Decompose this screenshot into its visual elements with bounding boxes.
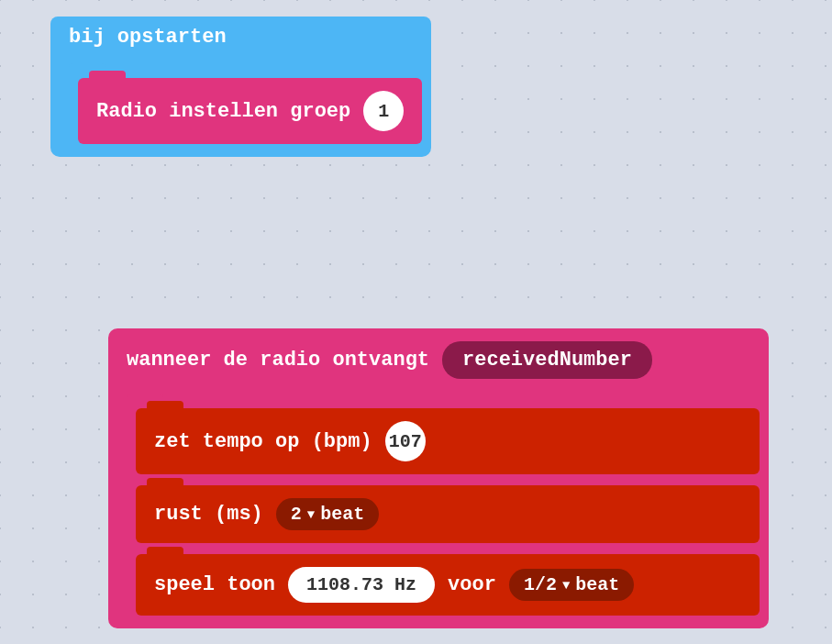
received-number-pill[interactable]: receivedNumber — [442, 341, 652, 379]
bij-opstarten-label: bij opstarten — [69, 26, 227, 49]
blue-wrapper: Radio instellen groep 1 — [50, 78, 431, 157]
speel-toon-label: speel toon — [154, 573, 275, 596]
block-rust[interactable]: rust (ms) 2 ▼ beat — [136, 485, 760, 543]
rust-dropdown-arrow[interactable]: ▼ — [307, 507, 315, 522]
group-wanneer: wanneer de radio ontvangt receivedNumber… — [108, 328, 769, 628]
radio-instellen-label: Radio instellen groep — [96, 100, 350, 123]
red-blocks-container: zet tempo op (bpm) 107 rust (ms) 2 ▼ bea… — [108, 408, 760, 616]
block-wanneer[interactable]: wanneer de radio ontvangt receivedNumber — [108, 328, 769, 408]
block-zet-tempo[interactable]: zet tempo op (bpm) 107 — [136, 408, 760, 474]
pink-wrapper: zet tempo op (bpm) 107 rust (ms) 2 ▼ bea… — [108, 408, 769, 628]
block-bij-opstarten[interactable]: bij opstarten — [50, 17, 431, 78]
speel-toon-beat-pill[interactable]: 1/2 ▼ beat — [509, 569, 634, 601]
block-radio-instellen[interactable]: Radio instellen groep 1 — [78, 78, 422, 144]
tempo-value[interactable]: 107 — [385, 421, 426, 461]
voor-label: voor — [448, 573, 496, 596]
rust-beat-pill[interactable]: 2 ▼ beat — [276, 498, 379, 530]
speel-toon-value[interactable]: 1108.73 Hz — [288, 567, 435, 603]
wanneer-label: wanneer de radio ontvangt — [127, 349, 429, 372]
fraction-value: 1/2 — [524, 574, 557, 595]
group-bij-opstarten: bij opstarten Radio instellen groep 1 — [50, 17, 431, 157]
radio-instellen-value[interactable]: 1 — [363, 91, 404, 131]
block-speel-toon[interactable]: speel toon 1108.73 Hz voor 1/2 ▼ beat — [136, 554, 760, 616]
speel-beat-label: beat — [575, 574, 619, 595]
received-number-label: receivedNumber — [462, 349, 632, 372]
zet-tempo-label: zet tempo op (bpm) — [154, 430, 372, 453]
rust-label: rust (ms) — [154, 503, 263, 526]
rust-beat-label: beat — [320, 504, 364, 525]
speel-dropdown-arrow[interactable]: ▼ — [562, 578, 570, 593]
rust-value: 2 — [291, 504, 302, 525]
